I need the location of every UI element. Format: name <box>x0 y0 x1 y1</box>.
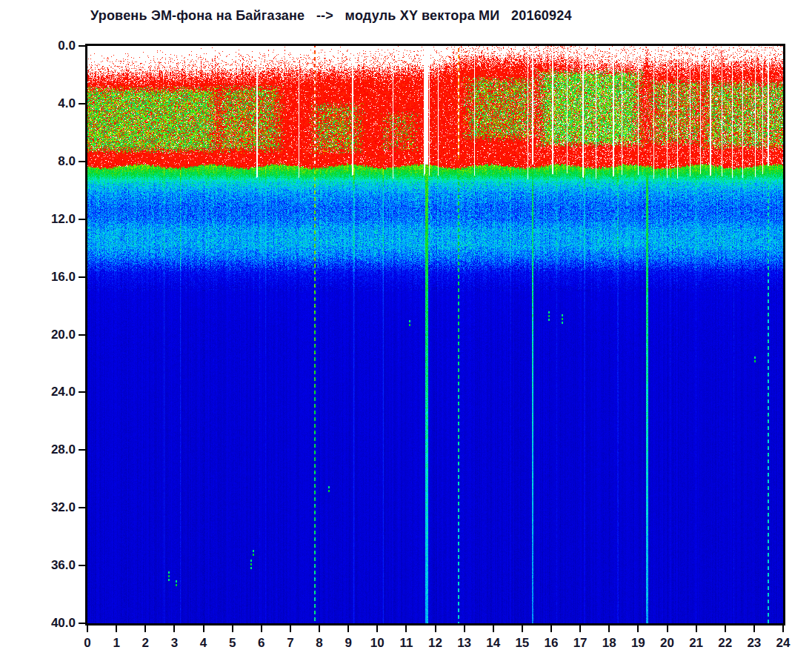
x-axis-tick <box>261 625 262 632</box>
x-axis-tick <box>579 625 581 632</box>
x-tick-label: 17 <box>565 636 595 651</box>
y-axis-tick <box>79 449 85 451</box>
x-axis-tick <box>493 625 494 632</box>
x-axis-tick <box>725 625 726 632</box>
x-tick-label: 9 <box>333 636 363 651</box>
x-tick-label: 12 <box>421 636 450 651</box>
x-tick-label: 3 <box>159 636 189 651</box>
x-axis-tick <box>696 625 697 632</box>
x-axis-tick <box>173 625 175 632</box>
y-tick-label: 0.0 <box>30 38 76 54</box>
y-axis-tick <box>79 507 85 508</box>
x-tick-label: 23 <box>739 636 769 651</box>
chart-title: Уровень ЭМ-фона на Байгазане --> модуль … <box>90 8 572 24</box>
y-axis-tick <box>79 565 85 566</box>
x-tick-label: 16 <box>536 636 566 651</box>
x-axis-tick <box>203 625 204 632</box>
x-axis-tick <box>87 625 88 632</box>
em-background-spectrogram-page: Уровень ЭМ-фона на Байгазане --> модуль … <box>0 0 812 667</box>
y-tick-label: 20.0 <box>30 327 76 343</box>
x-axis-tick <box>522 625 523 632</box>
x-axis-tick <box>637 625 639 632</box>
plot-frame <box>85 44 785 625</box>
x-tick-label: 18 <box>594 636 624 651</box>
x-tick-label: 11 <box>391 636 421 651</box>
y-tick-label: 24.0 <box>30 384 76 400</box>
x-axis-tick <box>753 625 755 632</box>
y-tick-label: 4.0 <box>30 96 76 112</box>
x-tick-label: 1 <box>102 636 131 651</box>
spectrogram-heatmap <box>87 46 783 623</box>
x-axis-tick <box>608 625 610 632</box>
x-tick-label: 0 <box>73 636 102 651</box>
x-tick-label: 15 <box>508 636 537 651</box>
y-axis-tick <box>79 103 85 104</box>
x-tick-label: 24 <box>768 636 798 651</box>
x-axis-tick <box>376 625 378 632</box>
y-axis-tick <box>79 334 85 336</box>
x-axis-tick <box>116 625 117 632</box>
x-tick-label: 10 <box>362 636 392 651</box>
y-tick-label: 16.0 <box>30 269 76 285</box>
x-axis-tick <box>347 625 349 632</box>
x-tick-label: 20 <box>653 636 682 651</box>
x-axis-tick <box>144 625 146 632</box>
x-axis-tick <box>405 625 407 632</box>
y-axis-tick <box>79 391 85 393</box>
y-axis-tick <box>79 219 85 220</box>
x-tick-label: 13 <box>450 636 479 651</box>
y-axis-tick <box>79 161 85 162</box>
x-tick-label: 8 <box>304 636 334 651</box>
y-tick-label: 40.0 <box>30 615 76 631</box>
x-tick-label: 6 <box>247 636 276 651</box>
x-axis-tick <box>464 625 465 632</box>
y-axis-tick <box>79 45 85 47</box>
y-axis-tick <box>79 276 85 278</box>
y-tick-label: 8.0 <box>30 153 76 170</box>
y-tick-label: 36.0 <box>30 557 76 574</box>
x-axis-tick <box>319 625 320 632</box>
x-tick-label: 22 <box>710 636 740 651</box>
x-tick-label: 4 <box>189 636 219 651</box>
x-tick-label: 21 <box>682 636 711 651</box>
x-axis-tick <box>435 625 436 632</box>
x-axis-tick <box>232 625 233 632</box>
y-tick-label: 12.0 <box>30 211 76 228</box>
x-axis-tick <box>782 625 784 632</box>
x-axis-tick <box>290 625 291 632</box>
x-tick-label: 2 <box>130 636 160 651</box>
x-tick-label: 5 <box>218 636 247 651</box>
x-tick-label: 14 <box>479 636 508 651</box>
y-tick-label: 32.0 <box>30 500 76 516</box>
y-tick-label: 28.0 <box>30 442 76 458</box>
y-axis-tick <box>79 623 85 624</box>
x-axis-tick <box>550 625 552 632</box>
x-axis-tick <box>667 625 668 632</box>
x-tick-label: 19 <box>623 636 653 651</box>
x-tick-label: 7 <box>276 636 305 651</box>
